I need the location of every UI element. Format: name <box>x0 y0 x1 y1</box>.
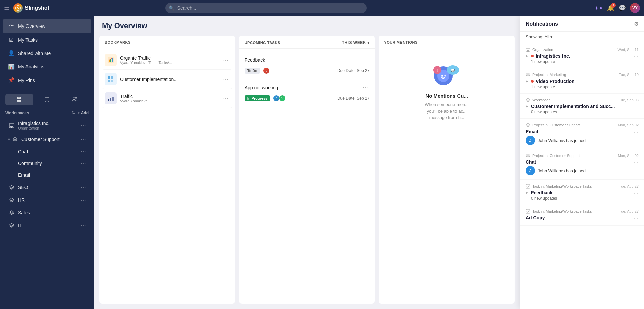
notifications-settings-button[interactable]: ⚙ <box>634 21 639 27</box>
task-item-app-not-working[interactable]: App not working ⋯ In Progress J V <box>242 79 372 106</box>
customer-support-name: Customer Support <box>21 137 80 142</box>
sidebar-item-my-analytics[interactable]: 📊 My Analytics <box>3 60 91 73</box>
notifications-more-button[interactable]: ⋯ <box>626 21 631 27</box>
chat-more-button[interactable]: ⋯ <box>80 148 86 155</box>
notif-item-chat-joined[interactable]: Project in: Customer Support Mon, Sep 02… <box>520 149 644 180</box>
sidebar-item-my-tasks[interactable]: ☑ My Tasks <box>3 33 91 46</box>
task-feedback-status: To Do <box>245 68 260 74</box>
week-selector[interactable]: This Week ▾ <box>342 40 370 45</box>
email-more-button[interactable]: ⋯ <box>80 172 86 178</box>
notif-infragistics-more-button[interactable]: ⋯ <box>633 53 639 60</box>
workspace-item-infragistics[interactable]: Infragistics Inc. Organization ⋯ <box>3 118 91 133</box>
notif-custimpl-expand[interactable]: ▶ <box>526 104 528 108</box>
sales-name: Sales <box>18 210 80 215</box>
svg-rect-40 <box>526 209 530 213</box>
task-item-feedback[interactable]: Feedback ⋯ To Do V Due Date: Sep 27 <box>242 51 372 79</box>
notif-video-info: Video Production 1 new update <box>531 79 631 89</box>
messages-icon[interactable]: 💬 <box>619 4 626 12</box>
workspace-item-chat[interactable]: Chat ⋯ <box>3 146 91 157</box>
notif-item-feedback-task[interactable]: Task in: Marketing/Workspace Tasks Tue, … <box>520 180 644 205</box>
notif-video-expand[interactable]: ▶ <box>526 79 528 83</box>
notif-infragistics-expand[interactable]: ▶ <box>526 54 528 58</box>
customer-support-more-button[interactable]: ⋯ <box>80 136 86 143</box>
svg-text:💬: 💬 <box>451 68 455 73</box>
notif-item-ad-copy[interactable]: Task in: Marketing/Workspace Tasks Tue, … <box>520 205 644 226</box>
mentions-empty-title: No Mentions Cu... <box>425 93 468 99</box>
notif-feedback-task-expand[interactable]: ▶ <box>526 191 528 194</box>
search-input[interactable] <box>165 3 367 13</box>
workspace-item-customer-support[interactable]: ▾ Customer Support ⋯ <box>3 133 91 145</box>
workspace-item-community[interactable]: Community ⋯ <box>3 158 91 169</box>
notif-item-infragistics[interactable]: Organization Wed, Sep 11 ▶ Infragistics … <box>520 43 644 68</box>
notif-item-email-joined[interactable]: Project in: Customer Support Mon, Sep 02… <box>520 119 644 149</box>
tab-workspaces[interactable] <box>5 94 33 105</box>
hr-more-button[interactable]: ⋯ <box>80 197 86 203</box>
notif-item-video-production[interactable]: Project in: Marketing Tue, Sep 10 ▶ Vide… <box>520 68 644 94</box>
workspace-item-it[interactable]: IT ⋯ <box>3 219 91 231</box>
add-workspace-button[interactable]: + Add <box>78 111 89 115</box>
notif-custimpl-more-button[interactable]: ⋯ <box>633 104 639 110</box>
workspace-item-hr[interactable]: HR ⋯ <box>3 194 91 206</box>
building-icon <box>9 122 15 128</box>
workspace-item-sales[interactable]: Sales ⋯ <box>3 207 91 219</box>
notif-email-date: Mon, Sep 02 <box>618 123 639 127</box>
notif-chat-more-button[interactable]: ⋯ <box>633 159 639 166</box>
traffic-more-button[interactable]: ⋯ <box>222 94 230 103</box>
upcoming-tasks-card-header: UPCOMING TASKS This Week ▾ <box>239 36 375 49</box>
organic-traffic-more-button[interactable]: ⋯ <box>222 56 230 65</box>
notif-ad-copy-type: Task in: Marketing/Workspace Tasks <box>526 209 592 214</box>
svg-point-6 <box>75 98 77 99</box>
traffic-name: Traffic <box>120 94 222 99</box>
workspace-item-email[interactable]: Email ⋯ <box>3 169 91 181</box>
it-more-button[interactable]: ⋯ <box>80 222 86 229</box>
task-app-more-button[interactable]: ⋯ <box>361 83 369 92</box>
app-logo[interactable]: Slingshot <box>13 3 49 13</box>
nav-label-my-pins: My Pins <box>18 78 35 83</box>
notif-ad-copy-more-button[interactable]: ⋯ <box>633 215 639 221</box>
seo-more-button[interactable]: ⋯ <box>80 184 86 191</box>
notif-email-more-button[interactable]: ⋯ <box>633 129 639 135</box>
notif-video-type: Project in: Marketing <box>526 72 566 77</box>
community-more-button[interactable]: ⋯ <box>80 160 86 166</box>
notif-feedback-task-more-button[interactable]: ⋯ <box>633 190 639 196</box>
notif-ad-copy-info: Ad Copy <box>526 215 631 221</box>
notif-item-customer-impl[interactable]: Workspace Tue, Sep 03 ▶ Customer Impleme… <box>520 94 644 119</box>
bookmark-item-traffic[interactable]: Traffic Vyara Yanakleva ⋯ <box>102 89 232 108</box>
svg-text:!: ! <box>437 69 438 72</box>
tab-people[interactable] <box>61 94 89 105</box>
user-avatar[interactable]: VY <box>630 3 640 13</box>
sort-icon[interactable]: ⇅ <box>72 111 75 115</box>
bookmark-item-organic-traffic[interactable]: Organic Traffic Vyara Yanakleva/Team Tas… <box>102 51 232 70</box>
ai-button[interactable]: ✦✦ <box>594 5 603 11</box>
logo-icon <box>13 3 23 13</box>
analytics-icon: 📊 <box>8 63 15 70</box>
notif-custimpl-content: ▶ Customer Implementation and Succ... 0 … <box>526 104 639 114</box>
notif-video-more-button[interactable]: ⋯ <box>633 79 639 85</box>
cards-container: BOOKMARKS Organic Traffic Vyara Yanaklev… <box>94 33 520 309</box>
tab-bookmarks-sidebar[interactable] <box>33 94 61 105</box>
it-info: IT <box>18 223 80 228</box>
notifications-filter[interactable]: Showing: All ▾ <box>520 32 644 43</box>
workspace-item-seo[interactable]: SEO ⋯ <box>3 181 91 193</box>
menu-icon[interactable]: ☰ <box>4 4 9 12</box>
notif-infragistics-name: Infragistics Inc. <box>531 53 631 59</box>
notifications-filter-text[interactable]: Showing: All ▾ <box>526 34 553 39</box>
sales-more-button[interactable]: ⋯ <box>80 210 86 216</box>
workspaces-section-header: Workspaces ⇅ + Add <box>0 108 94 118</box>
sidebar-item-my-overview[interactable]: 〜 My Overview <box>3 19 91 33</box>
it-name: IT <box>18 223 80 228</box>
customer-impl-more-button[interactable]: ⋯ <box>222 75 230 84</box>
organic-traffic-info: Organic Traffic Vyara Yanakleva/Team Tas… <box>120 55 222 65</box>
svg-rect-11 <box>10 126 11 127</box>
notif-ad-copy-date: Tue, Aug 27 <box>619 209 639 213</box>
infragistics-more-button[interactable]: ⋯ <box>80 122 86 129</box>
sidebar-item-shared-with-me[interactable]: 👤 Shared with Me <box>3 47 91 60</box>
notifications-bell-icon[interactable]: 🔔 2 <box>607 4 614 12</box>
svg-rect-1 <box>17 97 19 99</box>
task-feedback-more-button[interactable]: ⋯ <box>361 55 369 64</box>
bookmark-item-customer-impl[interactable]: Customer Implementation... ⋯ <box>102 70 232 89</box>
notif-chat-info: Chat J John Williams has joined <box>526 159 631 175</box>
customer-impl-info: Customer Implementation... <box>120 76 222 82</box>
notif-ad-copy-name: Ad Copy <box>526 215 631 220</box>
sidebar-item-my-pins[interactable]: 📌 My Pins <box>3 73 91 87</box>
